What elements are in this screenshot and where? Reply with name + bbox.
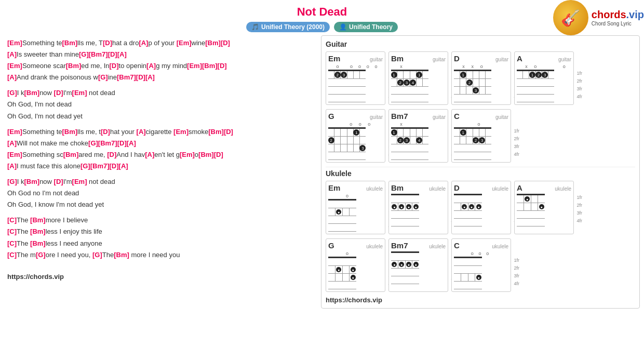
chord-inline: [Em] bbox=[72, 89, 87, 97]
chord-d-guitar: D guitar xxo 1 bbox=[451, 51, 511, 105]
lyric-text: wine bbox=[192, 39, 206, 47]
chord-inline: [A] bbox=[137, 128, 146, 136]
chord-inline: [D] bbox=[103, 39, 112, 47]
lyric-text: hat a dro bbox=[112, 39, 139, 47]
chord-inline: [Bm] bbox=[198, 151, 214, 158]
lyric-text: to openin bbox=[119, 62, 147, 70]
chord-bm-guitar: Bm guitar x 1 bbox=[388, 51, 448, 105]
logo-brand-text: chords bbox=[592, 9, 626, 20]
lyrics-chord-line: [C]The [Bm]less I need anyone bbox=[7, 238, 318, 249]
chord-inline: [G] bbox=[98, 73, 108, 81]
chord-em-guitar: Em guitar ooooo 2 bbox=[326, 51, 385, 105]
chord-inline: [Bm] bbox=[24, 89, 40, 97]
guitar-icon: 🎸 bbox=[561, 9, 580, 27]
lyric-text: g my mind bbox=[156, 62, 187, 70]
lyric-text: now bbox=[39, 178, 53, 185]
chord-inline: [D] bbox=[110, 62, 119, 70]
guitar-section-label: Guitar bbox=[326, 40, 635, 48]
chord-inline: [A] bbox=[127, 139, 136, 147]
chord-inline: [G] bbox=[36, 251, 46, 259]
chord-inline: [Em] bbox=[177, 39, 192, 47]
chord-inline: [Bm] bbox=[62, 39, 78, 47]
chord-inline: [D] bbox=[117, 139, 127, 147]
chord-inline: [D] bbox=[101, 128, 110, 136]
chord-inline: [G] bbox=[79, 50, 89, 58]
lyrics-chord-line: [C]The [Bm]more I believe bbox=[7, 215, 318, 226]
lyric-text: cigarette bbox=[146, 128, 173, 136]
chord-inline: [G] bbox=[88, 139, 98, 147]
chords-panel: Guitar Em guitar ooooo bbox=[321, 35, 640, 309]
chord-inline: [A] bbox=[145, 73, 155, 81]
chord-inline: [A] bbox=[145, 151, 154, 158]
chord-inline: [D] bbox=[107, 151, 116, 158]
chord-inline: [Em] bbox=[7, 128, 22, 136]
logo-area: 🎸 chords.vip Chord Song Lyric bbox=[553, 0, 644, 35]
chord-inline: [G] bbox=[7, 89, 17, 97]
lyric-text: Someone scar bbox=[22, 62, 66, 70]
lyrics-chord-line: [G]I k[Bm]now [D]I'm[Em] not dead bbox=[7, 87, 318, 99]
chord-inline: [Bm] bbox=[63, 151, 79, 158]
chord-inline: [D] bbox=[221, 39, 230, 47]
lyric-text: more I need you bbox=[129, 251, 180, 259]
chord-inline: [D] bbox=[136, 73, 145, 81]
chord-inline: [G] bbox=[81, 162, 90, 170]
lyrics-chord-line: [Em]Someone scar[Bm]ed me, In[D]to openi… bbox=[7, 60, 318, 72]
lyrics-plain-line: Oh God, I know I'm not dead yet bbox=[7, 199, 318, 210]
chord-inline: [C] bbox=[7, 216, 17, 224]
chord-inline: [A] bbox=[119, 162, 128, 170]
chord-g-guitar: G guitar ooo bbox=[326, 109, 385, 163]
chord-inline: [Em] bbox=[7, 151, 22, 158]
chord-inline: [Bm] bbox=[202, 62, 218, 70]
lyric-text: The bbox=[17, 239, 30, 247]
chord-inline: [Bm] bbox=[30, 216, 46, 224]
lyric-text: Is sweeter than mine bbox=[17, 50, 79, 58]
chord-c-guitar: C guitar o 1 bbox=[451, 109, 511, 163]
chord-inline: [A] bbox=[139, 39, 148, 47]
lyrics-chord-line: [G]I k[Bm]now [D]I'm[Em] not dead bbox=[7, 176, 318, 188]
lyric-text: I k bbox=[17, 178, 24, 185]
chord-inline: [Bm] bbox=[24, 178, 40, 185]
music-icon: 🎵 bbox=[251, 23, 259, 31]
lyric-text: now bbox=[39, 89, 53, 97]
chord-c-ukulele: C ukulele ooo bbox=[451, 238, 511, 292]
lyric-text: less I need anyone bbox=[46, 239, 102, 247]
chord-em-ukulele: Em ukulele o bbox=[326, 181, 385, 234]
chord-inline: [Em] bbox=[180, 151, 195, 158]
lyric-text: lls me, t bbox=[77, 128, 101, 136]
chord-inline: [D] bbox=[110, 162, 119, 170]
lyrics-chord-line: [A]And drank the poisonous w[G]ine[Bm7][… bbox=[7, 72, 318, 83]
chord-inline: [Em] bbox=[187, 62, 202, 70]
lyric-text: not dead bbox=[87, 178, 115, 185]
year-badge[interactable]: 🎵 Unified Theory (2000) bbox=[246, 22, 330, 32]
lyrics-plain-line: Oh God, I'm not dead bbox=[7, 99, 318, 110]
lyrics-chord-line: [A]I must face this alone[G][Bm7][D][A] bbox=[7, 161, 318, 172]
chord-inline: [Bm7] bbox=[98, 139, 117, 147]
lyric-text: not dead bbox=[87, 89, 115, 97]
logo-brand: chords.vip bbox=[592, 9, 644, 21]
chord-a-ukulele: A ukulele ● bbox=[514, 181, 574, 234]
chord-inline: [C] bbox=[7, 239, 17, 247]
chord-inline: [D] bbox=[218, 62, 227, 70]
lyrics-chord-line: [Em]Something te[Bm]lls me, T[D]hat a dr… bbox=[7, 37, 318, 49]
lyric-text: more I believe bbox=[46, 216, 88, 224]
chord-g-ukulele: G ukulele o bbox=[326, 238, 385, 292]
lyric-text: hat your bbox=[110, 128, 137, 136]
lyric-text: ore I need you, bbox=[46, 251, 92, 259]
lyric-text: I k bbox=[17, 89, 24, 97]
chord-a-guitar: A guitar xoo 1 bbox=[514, 51, 574, 105]
lyric-text: ared me, bbox=[78, 151, 107, 158]
chord-bm-ukulele: Bm ukulele ● bbox=[388, 181, 448, 234]
chord-inline: [A] bbox=[117, 50, 127, 58]
song-title: Not Dead bbox=[0, 5, 644, 19]
lyrics-chord-line: [C]The [Bm]less I enjoy this life bbox=[7, 226, 318, 237]
artist-badge[interactable]: 👤 Unified Theory bbox=[334, 22, 398, 32]
section-divider bbox=[326, 167, 635, 167]
lyric-text: I'm bbox=[63, 89, 72, 97]
chords-url: https://chords.vip bbox=[326, 296, 635, 304]
year-badge-label: Unified Theory (2000) bbox=[261, 23, 325, 31]
lyric-text: smoke bbox=[189, 128, 208, 136]
chord-inline: [Bm] bbox=[30, 228, 46, 235]
chord-d-ukulele: D ukulele bbox=[451, 181, 511, 234]
chord-inline: [Em] bbox=[7, 39, 22, 47]
chord-inline: [Bm] bbox=[205, 39, 221, 47]
